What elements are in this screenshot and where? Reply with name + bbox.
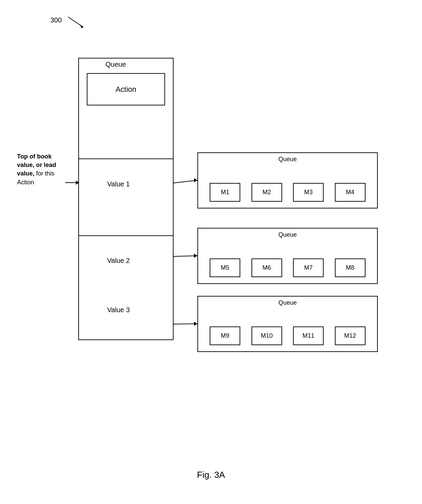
value-1-label: Value 1 <box>107 180 130 188</box>
side-annotation: Top of book value, or lead value, for th… <box>17 152 65 187</box>
svg-line-2 <box>174 180 197 183</box>
m-box-m10: M10 <box>251 326 282 345</box>
right-queue-3: Queue M9 M10 M11 M12 <box>197 296 378 352</box>
m-box-m6: M6 <box>251 258 282 277</box>
m-box-m1: M1 <box>210 183 240 202</box>
m-box-m12: M12 <box>335 326 366 345</box>
right-queue-3-label: Queue <box>198 299 377 306</box>
value-2-label: Value 2 <box>107 257 130 265</box>
main-queue-label: Queue <box>106 61 126 68</box>
svg-marker-5 <box>194 254 197 258</box>
annotation-arrow <box>65 182 79 183</box>
action-label: Action <box>115 85 136 94</box>
right-queue-1-label: Queue <box>198 156 377 163</box>
right-queue-1: Queue M1 M2 M3 M4 <box>197 152 378 208</box>
svg-line-6 <box>174 324 197 324</box>
diagram-container: 300 Queue Action Value 1 Value 2 Value 3… <box>0 0 422 504</box>
right-queue-2-label: Queue <box>198 231 377 238</box>
divider-1 <box>78 158 174 159</box>
m-box-m2: M2 <box>251 183 282 202</box>
right-queue-2: Queue M5 M6 M7 M8 <box>197 228 378 284</box>
figure-caption: Fig. 3A <box>0 470 422 480</box>
svg-marker-3 <box>194 178 197 182</box>
svg-line-4 <box>174 256 197 256</box>
action-box: Action <box>87 73 165 105</box>
right-queue-1-items: M1 M2 M3 M4 <box>204 183 371 202</box>
m-box-m3: M3 <box>293 183 324 202</box>
m-box-m4: M4 <box>335 183 366 202</box>
divider-2 <box>78 235 174 236</box>
m-box-m9: M9 <box>210 326 240 345</box>
m-box-m7: M7 <box>293 258 324 277</box>
value-3-label: Value 3 <box>107 306 130 314</box>
m-box-m5: M5 <box>210 258 240 277</box>
m-box-m8: M8 <box>335 258 366 277</box>
svg-marker-7 <box>194 322 197 326</box>
figure-ref-label: 300 <box>50 16 62 24</box>
right-queue-3-items: M9 M10 M11 M12 <box>204 326 371 345</box>
m-box-m11: M11 <box>293 326 324 345</box>
figure-ref-arrow <box>65 15 88 29</box>
right-queue-2-items: M5 M6 M7 M8 <box>204 258 371 277</box>
